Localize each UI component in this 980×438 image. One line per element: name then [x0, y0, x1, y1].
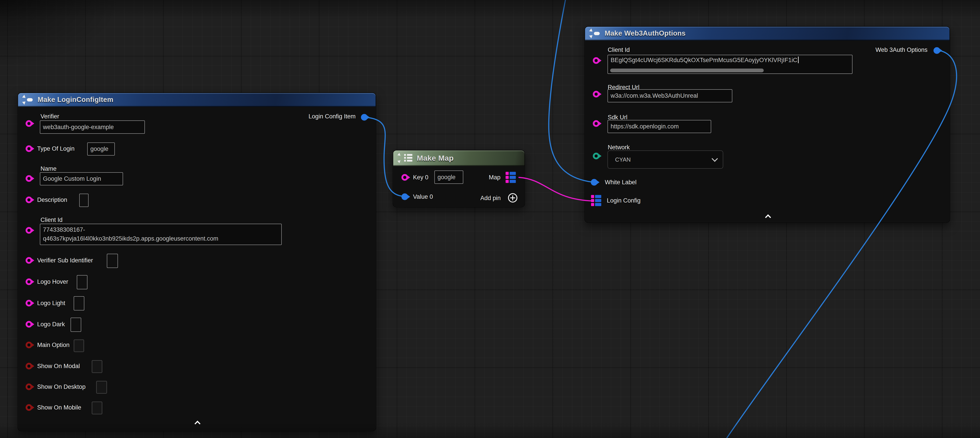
logo-hover-pin[interactable] [25, 279, 32, 285]
type-of-login-pin[interactable] [25, 145, 32, 152]
main-option-pin[interactable] [25, 342, 32, 348]
collapse-node-button[interactable] [765, 213, 771, 219]
show-on-modal-checkbox[interactable] [92, 360, 102, 373]
verifier-sub-identifier-pin[interactable] [25, 257, 32, 264]
add-pin-icon[interactable] [508, 193, 517, 202]
logo-hover-label: Logo Hover [37, 278, 68, 285]
node-header-make-loginconfigitem[interactable]: Make LoginConfigItem [18, 93, 375, 107]
login-config-label: Login Config [607, 197, 641, 204]
node-make-map[interactable]: Make Map Key 0 google Map Value 0 Add pi… [393, 150, 525, 207]
network-pin[interactable] [593, 153, 600, 159]
show-on-mobile-pin[interactable] [25, 404, 32, 411]
map-output-label: Map [488, 174, 500, 181]
client-id-input[interactable]: BEglQSgt4cUWcj6SKRdu5QkOXTsePmMcusG5EAoy… [608, 55, 853, 74]
sdk-url-pin[interactable] [593, 120, 600, 127]
description-label: Description [37, 196, 67, 204]
collapse-node-button[interactable] [195, 420, 200, 425]
verifier-sub-identifier-input[interactable] [107, 254, 118, 268]
key0-pin[interactable] [401, 174, 408, 181]
node-header-make-web3authoptions[interactable]: Make Web3AuthOptions [585, 27, 950, 40]
login-config-pin[interactable] [591, 195, 601, 206]
login-config-item-output-label: Login Config Item [309, 113, 356, 120]
verifier-label: Verifier [40, 113, 59, 120]
show-on-desktop-checkbox[interactable] [96, 381, 107, 394]
description-input[interactable] [79, 194, 89, 207]
main-option-checkbox[interactable] [74, 339, 84, 352]
logo-light-input[interactable] [74, 296, 84, 311]
client-id-pin[interactable] [25, 227, 32, 234]
add-pin-label: Add pin [480, 194, 501, 202]
web3auth-options-output-pin[interactable] [934, 47, 940, 54]
value0-label: Value 0 [413, 193, 433, 201]
redirect-url-input[interactable]: w3a://com.w3a.Web3AuthUnreal [608, 89, 732, 102]
network-label: Network [608, 143, 630, 151]
verifier-pin[interactable] [25, 120, 32, 127]
web3auth-options-output-label: Web 3Auth Options [875, 46, 928, 54]
client-id-label: Client Id [40, 216, 62, 224]
client-id-input-scrollbar[interactable] [610, 68, 764, 72]
name-pin[interactable] [25, 175, 32, 182]
show-on-modal-pin[interactable] [25, 363, 32, 370]
make-struct-icon [23, 95, 33, 104]
network-dropdown[interactable]: CYAN [608, 150, 723, 169]
type-of-login-label: Type Of Login [37, 145, 75, 153]
show-on-desktop-label: Show On Desktop [37, 383, 86, 390]
client-id-value: BEglQSgt4cUWcj6SKRdu5QkOXTsePmMcusG5EAoy… [611, 57, 797, 64]
login-config-item-output-pin[interactable] [361, 114, 368, 121]
network-selected-value: CYAN [615, 156, 631, 163]
show-on-mobile-label: Show On Mobile [37, 404, 81, 411]
text-cursor [798, 57, 799, 63]
make-map-icon [398, 153, 413, 163]
blueprint-canvas[interactable]: { "colors": { "wire_blue": "#2a7cd6", "w… [0, 0, 980, 438]
name-input[interactable]: Google Custom Login [40, 172, 123, 185]
node-title: Make LoginConfigItem [38, 96, 113, 104]
chevron-down-icon [712, 156, 718, 162]
sdk-url-input[interactable]: https://sdk.openlogin.com [608, 120, 711, 133]
key0-label: Key 0 [413, 174, 428, 181]
key0-input[interactable]: google [434, 170, 463, 184]
node-make-web3authoptions[interactable]: Make Web3AuthOptions Client Id Web 3Auth… [585, 26, 950, 223]
node-make-loginconfigitem[interactable]: Make LoginConfigItem Verifier web3auth-g… [18, 92, 376, 431]
logo-light-label: Logo Light [37, 299, 65, 307]
verifier-sub-identifier-label: Verifier Sub Identifier [37, 256, 93, 264]
client-id-line1: 774338308167- [43, 225, 278, 234]
show-on-desktop-pin[interactable] [25, 384, 32, 390]
type-of-login-input[interactable]: google [87, 142, 115, 156]
logo-dark-pin[interactable] [25, 321, 32, 328]
redirect-url-pin[interactable] [593, 91, 600, 97]
logo-light-pin[interactable] [25, 300, 32, 306]
logo-dark-label: Logo Dark [37, 320, 65, 328]
map-output-pin[interactable] [506, 172, 516, 183]
node-title: Make Web3AuthOptions [605, 29, 686, 37]
verifier-input[interactable]: web3auth-google-example [40, 120, 145, 134]
client-id-input[interactable]: 774338308167- q463s7kpvja16l4l0kko3nb925… [40, 224, 282, 245]
node-title: Make Map [417, 154, 454, 162]
show-on-modal-label: Show On Modal [37, 362, 80, 370]
white-label-label: White Label [605, 178, 636, 186]
client-id-line2: q463s7kpvja16l4l0kko3nb925ikds2p.apps.go… [43, 234, 278, 243]
value0-pin[interactable] [401, 193, 408, 200]
make-struct-icon [590, 29, 601, 38]
white-label-pin[interactable] [591, 179, 598, 186]
main-option-label: Main Option [37, 341, 70, 349]
client-id-label: Client Id [608, 46, 630, 54]
logo-dark-input[interactable] [70, 318, 81, 332]
wire-map-to-loginconfig[interactable] [519, 177, 594, 201]
client-id-pin[interactable] [593, 57, 600, 64]
description-pin[interactable] [25, 196, 32, 203]
name-label: Name [40, 165, 57, 172]
node-header-make-map[interactable]: Make Map [393, 150, 525, 166]
logo-hover-input[interactable] [77, 275, 88, 289]
show-on-mobile-checkbox[interactable] [92, 401, 102, 414]
